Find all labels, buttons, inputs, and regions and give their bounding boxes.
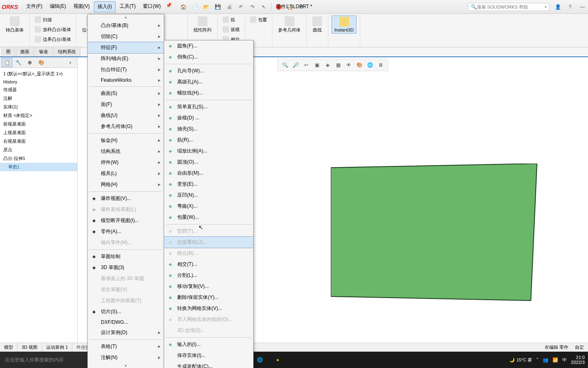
feature-menu-item-4[interactable]: ◈高级孔(A)...: [164, 76, 253, 88]
insert-menu-item-25[interactable]: ◈3D 草图(3): [88, 262, 164, 273]
feature-menu-item-10[interactable]: ◈筋(R)...: [164, 135, 253, 146]
tree-sketch1[interactable]: 草图1: [0, 163, 77, 171]
taskbar-app5[interactable]: ●: [270, 352, 286, 368]
feature-menu-item-8[interactable]: ◈拔模(D) ...: [164, 112, 253, 123]
search-box[interactable]: 🔍 ▾: [468, 3, 550, 11]
insert-menu-item-13[interactable]: 结构系统: [88, 146, 164, 157]
insert-menu-item-4[interactable]: 扣合特征(T): [88, 64, 164, 75]
insert-menu-item-12[interactable]: 钣金(H): [88, 135, 164, 146]
feature-menu-item-22[interactable]: ◈相交(T)...: [164, 259, 253, 270]
tree-solid-bodies[interactable]: 实体(1): [0, 103, 77, 111]
menu-tools[interactable]: 工具(T): [116, 1, 139, 12]
print-icon[interactable]: 🖨: [225, 3, 234, 11]
insert-menu-item-8[interactable]: 面(F): [88, 99, 164, 110]
insert-menu-item-29[interactable]: ◈切片(S)...: [88, 306, 164, 317]
insert-menu-item-21[interactable]: ◈零件(A)...: [88, 226, 164, 237]
clock[interactable]: 21:0 2022/3: [571, 355, 585, 365]
taskbar-edge[interactable]: 🌐: [252, 352, 268, 368]
sweep-button[interactable]: 扫描: [33, 16, 73, 24]
menu-scroll-up[interactable]: ▲: [88, 14, 164, 20]
view-orient-icon[interactable]: ◈: [323, 61, 332, 69]
feature-menu-item-15[interactable]: ◈压凹(N)...: [164, 190, 253, 201]
insert-menu-item-2[interactable]: 特征(F): [87, 42, 164, 54]
tab-structure[interactable]: 结构系统: [53, 47, 80, 56]
menu-scroll-down[interactable]: ▼: [88, 363, 164, 368]
open-icon[interactable]: 📂: [203, 3, 211, 11]
feature-menu-item-3[interactable]: ◈孔向导(W)...: [164, 65, 253, 76]
feature-menu-item-1[interactable]: ◈倒角(C)...: [164, 52, 253, 63]
revolve-boss-button[interactable]: 转凸基体: [3, 16, 26, 34]
display-style-icon[interactable]: ▦: [334, 61, 342, 69]
tree-origin[interactable]: 原点: [0, 146, 77, 154]
menu-view[interactable]: 视图(V): [70, 1, 93, 12]
feature-menu-item-11[interactable]: ◈缩放比例(A)...: [164, 146, 253, 157]
tree-right-plane[interactable]: 右视基准面: [0, 137, 77, 146]
save-icon[interactable]: 💾: [214, 3, 222, 11]
feature-menu-item-5[interactable]: ◈螺纹线(H)...: [164, 88, 253, 99]
feature-menu-item-26[interactable]: ◈转换为网格实体(V)...: [164, 303, 253, 314]
weather-widget[interactable]: 🌙 15°C 雾: [509, 357, 532, 363]
tab-sketch[interactable]: 图: [2, 47, 15, 56]
insert-menu-item-5[interactable]: FeatureWorks: [88, 75, 164, 85]
curves-button[interactable]: 曲线: [310, 16, 325, 34]
tray-wifi-icon[interactable]: 📶: [552, 357, 558, 363]
tree-tab-display[interactable]: 🎨: [36, 58, 47, 67]
pin-icon[interactable]: 📌: [165, 1, 173, 9]
feature-menu-item-17[interactable]: ◈包覆(W)...: [164, 212, 253, 223]
feature-menu-item-12[interactable]: ◈圆顶(O)...: [164, 157, 253, 168]
undo-icon[interactable]: ↶: [237, 3, 245, 11]
menu-edit[interactable]: 编辑(E): [47, 1, 69, 12]
menu-file[interactable]: 文件(F): [23, 1, 45, 12]
feature-menu-item-25[interactable]: ◈删除/保留实体(Y)...: [164, 292, 253, 303]
select-icon[interactable]: ↖: [260, 3, 268, 11]
help-icon[interactable]: ?: [566, 3, 574, 11]
insert-menu-item-31[interactable]: 设计算例(D): [88, 327, 164, 338]
ime-indicator[interactable]: 中: [562, 357, 567, 363]
insert-menu-item-18[interactable]: ◈爆炸视图(V)...: [88, 193, 164, 204]
insert-menu-item-34[interactable]: 注解(N): [88, 352, 164, 363]
appearance-icon[interactable]: 🎨: [355, 61, 363, 69]
search-dropdown-icon[interactable]: ▾: [545, 5, 547, 9]
bottom-tab-3dview[interactable]: 3D 视图: [18, 343, 42, 352]
scene-icon[interactable]: 🌐: [366, 61, 374, 69]
bottom-tab-motion[interactable]: 运动算例 1: [42, 343, 72, 352]
zoom-area-icon[interactable]: 🔎: [292, 61, 300, 69]
tree-root[interactable]: 1 (默认<<默认>_显示状态 1>): [0, 70, 77, 78]
model-body[interactable]: [331, 164, 539, 303]
feature-menu-item-24[interactable]: ◈移动/复制(V)...: [164, 281, 253, 292]
feature-menu-item-13[interactable]: ◈自由形(M)...: [164, 168, 253, 179]
tree-tab-property[interactable]: 🔧: [13, 58, 24, 67]
minimize-icon[interactable]: —: [578, 3, 586, 11]
viewport-settings-icon[interactable]: 🖥: [376, 61, 385, 69]
new-icon[interactable]: 📄: [191, 3, 199, 11]
tree-history[interactable]: History: [0, 78, 77, 85]
feature-menu-item-16[interactable]: ◈弯曲(X)...: [164, 201, 253, 212]
loft-button[interactable]: 放样凸台/基体: [33, 25, 73, 34]
insert-menu-item-10[interactable]: 参考几何体(G): [88, 121, 164, 132]
wrap-button[interactable]: 包覆: [248, 16, 269, 24]
insert-menu-item-14[interactable]: 焊件(W): [88, 157, 164, 168]
linear-pattern-button[interactable]: 线性阵列: [191, 16, 214, 34]
insert-menu-item-15[interactable]: 模具(L): [88, 168, 164, 179]
boundary-button[interactable]: 边界凸台/基体: [33, 35, 73, 43]
tree-material[interactable]: 材质 <未指定>: [0, 111, 77, 120]
menu-insert[interactable]: 插入(I): [94, 1, 116, 12]
tree-front-plane[interactable]: 前视基准面: [0, 120, 77, 128]
feature-menu-item-23[interactable]: ◈分割(L)...: [164, 270, 253, 281]
prev-view-icon[interactable]: ↩: [302, 61, 310, 69]
tree-tab-config[interactable]: ⊕: [24, 58, 35, 67]
insert-menu-item-3[interactable]: 阵列/镜向(E): [88, 53, 164, 64]
insert-menu-item-1[interactable]: 切除(C): [88, 31, 164, 42]
user-icon[interactable]: 👤: [554, 3, 562, 11]
insert-menu-item-7[interactable]: 曲面(S): [88, 88, 164, 99]
feature-menu-item-0[interactable]: ◈圆角(F)...: [164, 40, 253, 52]
tray-people-icon[interactable]: 👥: [543, 357, 548, 363]
section-icon[interactable]: ▣: [313, 61, 321, 69]
draft-button[interactable]: 拔模: [221, 25, 241, 34]
tab-sheetmetal[interactable]: 钣金: [35, 47, 53, 56]
menu-window[interactable]: 窗口(W): [140, 1, 164, 12]
insert-menu-item-33[interactable]: 表格(T): [88, 341, 164, 352]
instant3d-button[interactable]: Instant3D: [332, 16, 356, 34]
ref-geom-button[interactable]: 参考几何体: [276, 16, 303, 34]
rib-button[interactable]: 筋: [221, 16, 241, 24]
